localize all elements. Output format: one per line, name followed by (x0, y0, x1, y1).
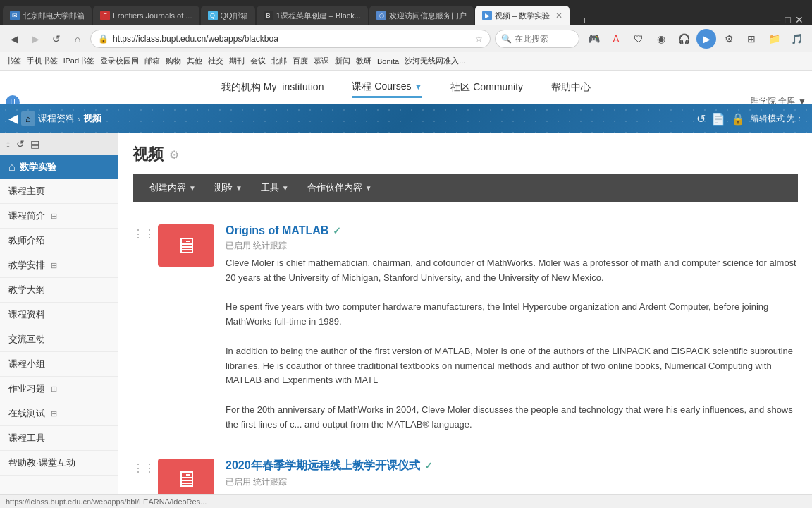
tab-email[interactable]: ✉ 北京邮电大学邮箱 (3, 6, 92, 25)
sidebar-refresh-icon[interactable]: ↺ (16, 138, 25, 150)
tab-favicon: Q (208, 11, 218, 20)
home-breadcrumb-icon[interactable]: ⌂ (21, 111, 35, 126)
quiz-button[interactable]: 测验 ▼ (206, 177, 251, 198)
address-bar[interactable]: 🔒 https://iclass.bupt.edu.cn/webapps/bla… (90, 30, 491, 48)
breadcrumb-back-icon[interactable]: ◀ (8, 111, 18, 126)
play-button[interactable]: ▶ (696, 29, 716, 49)
tool4-button[interactable]: ⊞ (742, 29, 761, 49)
nav-icons: 🎮 A 🛡 ◉ 🎧 ▶ ⚙ ⊞ 📁 🎵 (584, 29, 806, 49)
tab-portal[interactable]: ⬡ 欢迎访问信息服务门户 (369, 6, 474, 25)
nav-my-institution[interactable]: 我的机构 My_institution (221, 77, 324, 98)
status-bar: https://iclass.bupt.edu.cn/webapps/bbl/L… (0, 494, 812, 508)
new-tab-button[interactable]: + (574, 15, 595, 25)
pdf-button[interactable]: A (606, 29, 626, 49)
tab-blackboard[interactable]: B 1课程菜单创建 – Black... (257, 6, 368, 25)
refresh-icon[interactable]: ↺ (696, 112, 706, 126)
sidebar-item-test[interactable]: 在线测试 ⊞ (0, 401, 118, 426)
tools-button[interactable]: 工具 ▼ (252, 177, 297, 198)
sidebar-item-label: 作业习题 (8, 382, 45, 395)
bookmark-wifi[interactable]: 沙河无线网准入... (405, 56, 465, 66)
close-button[interactable]: ✕ (795, 14, 804, 25)
sidebar-item-math-lab[interactable]: ⌂ 数学实验 (0, 155, 118, 179)
bookmark-mooc[interactable]: 慕课 (314, 56, 329, 66)
tab-frontiers[interactable]: F Frontiers Journals of ... (93, 6, 199, 25)
tools-label: 工具 (261, 181, 279, 194)
nav-help[interactable]: 帮助中心 (551, 77, 591, 98)
bookmark-bupt[interactable]: 北邮 (271, 56, 287, 66)
sidebar-item-resources[interactable]: 课程资料 (0, 303, 118, 327)
tool3-button[interactable]: ⚙ (719, 29, 739, 49)
sidebar-item-intro[interactable]: 课程简介 ⊞ (0, 204, 118, 229)
page-title: 视频 (133, 144, 164, 165)
sidebar-item-tools[interactable]: 课程工具 (0, 426, 118, 451)
tab-video-active[interactable]: ▶ 视频 – 数学实验 ✕ (475, 6, 570, 25)
lock-banner-icon[interactable]: 🔒 (731, 112, 745, 126)
partner-content-button[interactable]: 合作伙伴内容 ▼ (299, 177, 381, 198)
search-input[interactable] (515, 34, 571, 44)
bookmark-bonita[interactable]: Bonita (377, 57, 399, 66)
video-title-spring[interactable]: 2020年春季学期远程线上教学开课仪式 ✓ (226, 459, 798, 473)
video-desc-matlab: Cleve Moler is chief mathematician, chai… (226, 256, 798, 433)
reload-button[interactable]: ↺ (48, 30, 65, 47)
quiz-label: 测验 (214, 181, 233, 194)
bookmark-mobile[interactable]: 手机书签 (27, 56, 58, 66)
drag-handle-icon-2[interactable]: ⋮⋮ (133, 461, 155, 475)
maximize-button[interactable]: □ (785, 14, 791, 25)
sidebar-item-group[interactable]: 课程小组 (0, 352, 118, 377)
bookmark-social[interactable]: 社交 (208, 56, 223, 66)
bookmark-login[interactable]: 登录校园网 (100, 56, 139, 66)
sidebar-toolbar: ↕ ↺ ▤ (0, 133, 118, 155)
page-title-settings-icon[interactable]: ⚙ (169, 148, 179, 162)
sidebar-collapse-icon[interactable]: ▤ (30, 138, 39, 150)
tool1-button[interactable]: 🛡 (629, 29, 648, 49)
bookmark-news[interactable]: 新闻 (335, 56, 350, 66)
sidebar-item-course-home[interactable]: 课程主页 (0, 179, 118, 204)
extensions-button[interactable]: 🎮 (584, 29, 603, 49)
bookmark-ipad[interactable]: iPad书签 (63, 56, 94, 66)
tool6-button[interactable]: 🎵 (787, 29, 806, 49)
back-button[interactable]: ◀ (6, 30, 23, 47)
nav-courses[interactable]: 课程 Courses ▼ (352, 76, 422, 98)
bookmark-baidu[interactable]: 百度 (293, 56, 308, 66)
video-title-matlab[interactable]: Origins of MATLAB ✓ (226, 224, 798, 237)
bookmark-other[interactable]: 其他 (187, 56, 202, 66)
tool5-button[interactable]: 📁 (764, 29, 784, 49)
create-content-button[interactable]: 创建内容 ▼ (141, 177, 204, 198)
bookmark-star-icon[interactable]: ☆ (475, 34, 483, 44)
nav-community[interactable]: 社区 Community (450, 77, 523, 98)
bookmarks-bar: 书签 手机书签 iPad书签 登录校园网 邮箱 购物 其他 社交 期刊 会议 北… (0, 52, 812, 71)
tab-qq[interactable]: Q QQ邮箱 (201, 6, 255, 25)
bookmark-research[interactable]: 教研 (356, 56, 371, 66)
breadcrumb-course[interactable]: 课程资料 (38, 112, 75, 125)
bookmark-journal[interactable]: 期刊 (229, 56, 245, 66)
sidebar-item-homework[interactable]: 作业习题 ⊞ (0, 377, 118, 401)
sidebar-sort-icon[interactable]: ↕ (6, 138, 11, 150)
tool2-button[interactable]: ◉ (651, 29, 671, 49)
tab-close-icon[interactable]: ✕ (555, 11, 562, 20)
drag-handle-row-2: ⋮⋮ 🖥 2020年春季学期远程线上教学开课仪式 ✓ 已启用 统计跟踪 (133, 447, 798, 494)
status-url: https://iclass.bupt.edu.cn/webapps/bbl/L… (6, 497, 207, 506)
tab-label: 1课程菜单创建 – Black... (276, 11, 361, 21)
bookmark-shop[interactable]: 购物 (166, 56, 181, 66)
video-check-spring-icon: ✓ (424, 460, 433, 471)
forward-button[interactable]: ▶ (27, 30, 44, 47)
sidebar-item-syllabus[interactable]: 教学大纲 (0, 278, 118, 303)
sidebar-item-teacher[interactable]: 教师介绍 (0, 229, 118, 253)
sidebar-item-label: 交流互动 (8, 333, 45, 346)
content-area: 视频 ⚙ 创建内容 ▼ 测验 ▼ 工具 (118, 133, 812, 494)
video-thumb-matlab: 🖥 (158, 224, 214, 267)
edit-mode-label[interactable]: 编辑模式 为： (751, 113, 804, 125)
sidebar-item-schedule[interactable]: 教学安排 ⊞ (0, 253, 118, 278)
minimize-button[interactable]: ─ (774, 14, 781, 25)
sidebar-item-interactive[interactable]: 帮助教·课堂互动 (0, 451, 118, 476)
content-inner: 视频 ⚙ 创建内容 ▼ 测验 ▼ 工具 (118, 133, 812, 494)
bookmark-shujia[interactable]: 书签 (6, 56, 21, 66)
page-title-row: 视频 ⚙ (133, 144, 798, 165)
sidebar-item-interact[interactable]: 交流互动 (0, 327, 118, 352)
bookmark-conf[interactable]: 会议 (250, 56, 266, 66)
content-icon[interactable]: 📄 (711, 112, 725, 126)
headset-button[interactable]: 🎧 (674, 29, 694, 49)
bookmark-mail[interactable]: 邮箱 (144, 56, 160, 66)
home-button[interactable]: ⌂ (69, 30, 86, 47)
drag-handle-icon[interactable]: ⋮⋮ (133, 227, 155, 241)
